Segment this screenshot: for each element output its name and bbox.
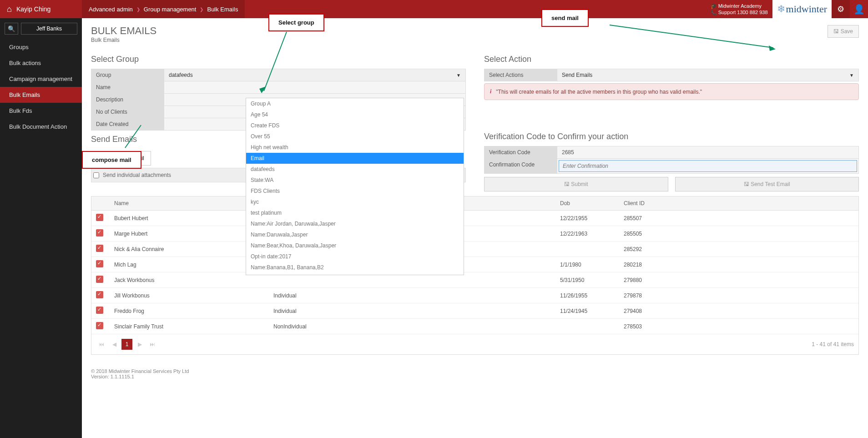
dropdown-option[interactable]: Group A	[246, 98, 464, 109]
clients-table: Name Email Dob Client ID Bubert Hubert 1…	[91, 196, 859, 355]
dropdown-option[interactable]: datafeeds	[246, 164, 464, 175]
pager-next[interactable]: ▶	[134, 339, 145, 350]
pager-prev[interactable]: ◀	[109, 339, 120, 350]
arrow-annotation	[123, 123, 146, 152]
cell-dob: 11/26/1955	[555, 288, 619, 303]
dropdown-option[interactable]: Age 54	[246, 109, 464, 120]
row-checkbox[interactable]	[96, 291, 103, 298]
verification-code-value: 2685	[557, 146, 858, 158]
table-row[interactable]: Nick & Alia Connaire 285292	[91, 242, 858, 257]
client-selector[interactable]: Jeff Banks	[21, 23, 77, 35]
cell-email	[428, 303, 555, 319]
dropdown-option[interactable]: Name:Banana,B1, Banana,B2	[246, 262, 464, 273]
sidebar-item[interactable]: Bulk Fds	[0, 103, 82, 119]
table-row[interactable]: Marge Hubert 12/22/1963 285505	[91, 226, 858, 242]
row-checkbox[interactable]	[96, 245, 103, 252]
table-row[interactable]: Bubert Hubert 12/22/1955 285507	[91, 211, 858, 226]
description-label: Description	[91, 94, 164, 106]
row-checkbox[interactable]	[96, 322, 103, 329]
dropdown-option[interactable]: Opt-in date:2017	[246, 251, 464, 262]
dropdown-option[interactable]: Create FDS	[246, 120, 464, 131]
dropdown-option[interactable]: Name:Air Jordan, Daruwala,Jasper	[246, 218, 464, 229]
row-checkbox[interactable]	[96, 214, 103, 221]
sidebar-item[interactable]: Groups	[0, 39, 82, 55]
cell-name: Sinclair Family Trust	[110, 319, 269, 334]
sidebar: 🔍 Jeff Banks GroupsBulk actionsCampaign …	[0, 18, 82, 438]
info-banner: i "This will create emails for all the a…	[484, 83, 859, 100]
chevron-right-icon: ❯	[136, 7, 140, 12]
group-dropdown[interactable]: datafeeds ▼	[164, 69, 465, 81]
col-dob[interactable]: Dob	[555, 196, 619, 211]
cell-clientid: 279408	[619, 303, 858, 319]
callout-compose-mail: compose mail	[82, 151, 141, 169]
arrow-annotation	[605, 23, 778, 52]
table-row[interactable]: Jill Workbonus Individual 11/26/1955 279…	[91, 288, 858, 303]
cell-name: Jill Workbonus	[110, 288, 269, 303]
clients-label: No of Clients	[91, 106, 164, 118]
support-info: 🎓 Midwinter Academy 📞 Support 1300 882 9…	[711, 3, 772, 16]
pager-last[interactable]: ⏭	[147, 339, 158, 350]
sidebar-item[interactable]: Campaign management	[0, 71, 82, 87]
sidebar-item[interactable]: Bulk Emails	[0, 87, 82, 103]
cell-email	[428, 319, 555, 334]
row-checkbox[interactable]	[96, 307, 103, 314]
row-checkbox[interactable]	[96, 229, 103, 237]
save-button[interactable]: 🖫 Save	[828, 25, 859, 38]
svg-line-4	[125, 125, 141, 148]
cell-name: Jack Workbonus	[110, 272, 269, 288]
send-test-email-button[interactable]: 🖫 Send Test Email	[675, 177, 859, 191]
select-actions-dropdown[interactable]: Send Emails ▼	[557, 69, 858, 81]
group-dropdown-list[interactable]: Group AAge 54Create FDSOver 55High net w…	[246, 98, 464, 275]
breadcrumb-item[interactable]: Advanced admin	[89, 6, 133, 13]
cell-dob: 1/1/1980	[555, 257, 619, 272]
dropdown-option[interactable]: kyc	[246, 196, 464, 207]
individual-attachments-checkbox[interactable]	[93, 172, 99, 178]
dropdown-option[interactable]: Email	[246, 153, 464, 164]
col-clientid[interactable]: Client ID	[619, 196, 858, 211]
pager-first[interactable]: ⏮	[96, 339, 107, 350]
cell-clientid: 278503	[619, 319, 858, 334]
cell-clientid: 279880	[619, 272, 858, 288]
search-button[interactable]: 🔍	[5, 23, 18, 35]
verification-code-label: Verification Code	[484, 146, 557, 158]
confirmation-code-input[interactable]	[559, 160, 857, 172]
dropdown-option[interactable]: TEST FDS	[246, 273, 464, 275]
breadcrumb-item[interactable]: Group management	[144, 6, 197, 13]
cell-email	[428, 288, 555, 303]
row-checkbox[interactable]	[96, 276, 103, 283]
breadcrumb: Advanced admin ❯ Group management ❯ Bulk…	[82, 0, 245, 18]
home-icon[interactable]: ⌂	[7, 5, 12, 14]
dropdown-option[interactable]: Name:Bear,Khoa, Daruwala,Jasper	[246, 240, 464, 251]
sidebar-item[interactable]: Bulk actions	[0, 55, 82, 71]
svg-marker-1	[259, 86, 266, 93]
col-name[interactable]: Name	[110, 196, 269, 211]
dropdown-option[interactable]: Over 55	[246, 131, 464, 142]
dropdown-option[interactable]: test platinum	[246, 207, 464, 218]
cell-dob: 12/22/1955	[555, 211, 619, 226]
dropdown-option[interactable]: State:WA	[246, 175, 464, 186]
confirmation-code-label: Confirmation Code	[484, 159, 557, 173]
select-actions-label: Select Actions	[484, 69, 557, 81]
dropdown-option[interactable]: High net wealth	[246, 142, 464, 153]
dropdown-option[interactable]: Name:Daruwala,Jasper	[246, 229, 464, 240]
profile-button[interactable]: 👤	[850, 0, 868, 18]
select-action-heading: Select Action	[484, 55, 859, 64]
pager-page[interactable]: 1	[121, 339, 132, 350]
group-label: Group	[91, 69, 164, 81]
chevron-down-icon: ▼	[849, 73, 854, 78]
sidebar-item[interactable]: Bulk Document Action	[0, 119, 82, 135]
brand-logo: ❄ midwinter	[772, 0, 832, 18]
row-checkbox[interactable]	[96, 260, 103, 267]
cell-dob	[555, 242, 619, 257]
breadcrumb-item[interactable]: Bulk Emails	[207, 6, 238, 13]
table-row[interactable]: Sinclair Family Trust NonIndividual 2785…	[91, 319, 858, 334]
cell-name: Bubert Hubert	[110, 211, 269, 226]
settings-button[interactable]: ⚙	[832, 0, 850, 18]
cell-clientid: 285292	[619, 242, 858, 257]
table-row[interactable]: Mich Lag 1/1/1980 280218	[91, 257, 858, 272]
table-row[interactable]: Jack Workbonus 5/31/1950 279880	[91, 272, 858, 288]
table-row[interactable]: Freddo Frog Individual 11/24/1945 279408	[91, 303, 858, 319]
submit-button[interactable]: 🖫 Submit	[484, 177, 668, 191]
dropdown-option[interactable]: FDS Clients	[246, 186, 464, 196]
current-user: Kayip Ching	[16, 5, 51, 13]
